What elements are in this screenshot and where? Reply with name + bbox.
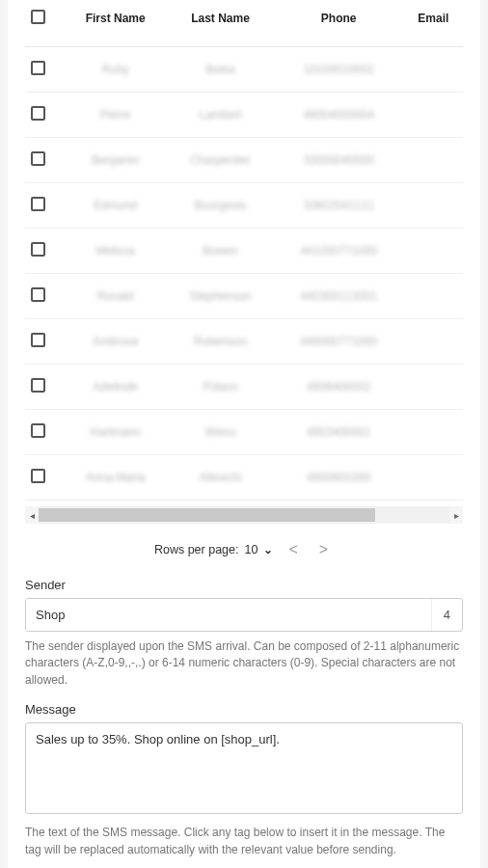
cell-first: Edmond: [64, 183, 167, 229]
cell-last: Robertson: [167, 319, 273, 365]
cell-first: Pierre: [64, 93, 167, 138]
cell-first: Melissa: [64, 229, 167, 274]
cell-email: [404, 183, 463, 229]
row-checkbox[interactable]: [31, 333, 45, 347]
cell-phone: 440300113001: [274, 274, 404, 319]
cell-first: Ambrose: [64, 319, 167, 365]
message-textarea[interactable]: [25, 722, 463, 814]
col-phone: Phone: [274, 0, 404, 47]
cell-email: [404, 229, 463, 274]
table-row: RubyBolea10100010002: [25, 47, 463, 93]
cell-phone: 4803400001: [274, 410, 404, 455]
cell-phone: 4808400002: [274, 365, 404, 410]
cell-last: Weiss: [167, 410, 273, 455]
table-row: RonaldStephenson440300113001: [25, 274, 463, 319]
scroll-right-icon[interactable]: ▸: [449, 506, 463, 524]
row-checkbox[interactable]: [31, 197, 45, 211]
rows-value: 10: [244, 543, 258, 556]
cell-last: Bolea: [167, 47, 273, 93]
row-checkbox[interactable]: [31, 106, 45, 121]
cell-last: Charpentier: [167, 138, 273, 183]
cell-email: [404, 274, 463, 319]
message-help-text: The text of the SMS message. Click any t…: [25, 825, 463, 858]
row-checkbox[interactable]: [31, 287, 45, 302]
next-page-button[interactable]: >: [313, 541, 334, 558]
cell-first: Hartmann: [64, 410, 167, 455]
cell-phone: 441030771000: [274, 229, 404, 274]
row-checkbox[interactable]: [31, 378, 45, 393]
cell-phone: 10100010002: [274, 47, 404, 93]
cell-last: Bourgeois: [167, 183, 273, 229]
sender-input[interactable]: [26, 599, 431, 631]
table-row: Anna-MariaAlbrecht4800801000: [25, 455, 463, 501]
cell-email: [404, 319, 463, 365]
cell-email: [404, 410, 463, 455]
cell-last: Stephenson: [167, 274, 273, 319]
row-checkbox[interactable]: [31, 61, 45, 75]
select-all-checkbox[interactable]: [31, 10, 45, 24]
cell-last: Lambert: [167, 93, 273, 138]
cell-first: Anna-Maria: [64, 455, 167, 501]
table-row: BenjaminCharpentier33000040000: [25, 138, 463, 183]
chevron-down-icon: ⌄: [263, 543, 273, 556]
cell-email: [404, 47, 463, 93]
message-label: Message: [25, 702, 463, 717]
table-row: AmbroseRobertson448000771000: [25, 319, 463, 365]
cell-last: Bowen: [167, 229, 273, 274]
recipients-table: First Name Last Name Phone Email RubyBol…: [25, 0, 463, 501]
col-email: Email: [404, 0, 463, 47]
cell-email: [404, 93, 463, 138]
table-row: AdelindePolaco4808400002: [25, 365, 463, 410]
cell-phone: 448000771000: [274, 319, 404, 365]
cell-first: Ruby: [64, 47, 167, 93]
cell-email: [404, 138, 463, 183]
row-checkbox[interactable]: [31, 151, 45, 166]
col-first-name: First Name: [64, 0, 167, 47]
table-row: PierreLambert48004000004: [25, 93, 463, 138]
cell-phone: 33000040000: [274, 138, 404, 183]
cell-first: Benjamin: [64, 138, 167, 183]
col-last-name: Last Name: [167, 0, 273, 47]
sender-char-counter: 4: [431, 599, 462, 631]
row-checkbox[interactable]: [31, 242, 45, 257]
cell-last: Polaco: [167, 365, 273, 410]
cell-first: Adelinde: [64, 365, 167, 410]
rows-per-page-select[interactable]: Rows per page: 10 ⌄: [154, 543, 273, 556]
prev-page-button[interactable]: <: [283, 541, 303, 558]
sender-help-text: The sender displayed upon the SMS arriva…: [25, 638, 463, 689]
cell-first: Ronald: [64, 274, 167, 319]
cell-phone: 33602041111: [274, 183, 404, 229]
rows-label: Rows per page:: [154, 543, 239, 556]
row-checkbox[interactable]: [31, 469, 45, 483]
cell-last: Albrecht: [167, 455, 273, 501]
table-row: EdmondBourgeois33602041111: [25, 183, 463, 229]
cell-email: [404, 365, 463, 410]
table-row: HartmannWeiss4803400001: [25, 410, 463, 455]
table-row: MelissaBowen441030771000: [25, 229, 463, 274]
cell-email: [404, 455, 463, 501]
sender-label: Sender: [25, 578, 463, 592]
cell-phone: 48004000004: [274, 93, 404, 138]
horizontal-scrollbar[interactable]: ◂ ▸: [25, 506, 463, 524]
scroll-left-icon[interactable]: ◂: [25, 506, 39, 524]
row-checkbox[interactable]: [31, 423, 45, 438]
cell-phone: 4800801000: [274, 455, 404, 501]
scroll-thumb[interactable]: [39, 508, 375, 522]
